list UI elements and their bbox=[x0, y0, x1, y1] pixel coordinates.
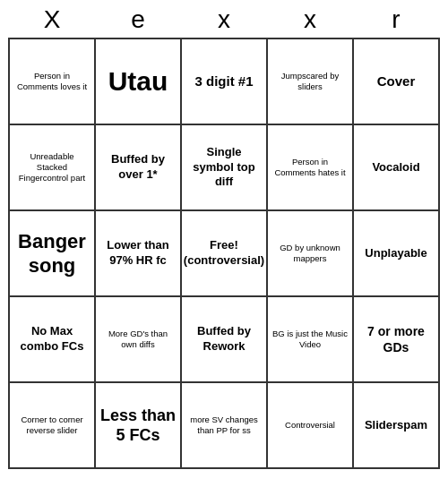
bingo-grid: Person in Comments loves itUtau3 digit #… bbox=[8, 38, 440, 469]
cell-0-2: 3 digit #1 bbox=[182, 39, 268, 125]
cell-4-0: Corner to corner reverse slider bbox=[10, 383, 96, 469]
cell-1-2: Single symbol top diff bbox=[182, 125, 268, 211]
header-cell: e bbox=[95, 5, 181, 34]
header-cell: r bbox=[353, 5, 439, 34]
cell-0-4: Cover bbox=[354, 39, 440, 125]
cell-0-1: Utau bbox=[96, 39, 182, 125]
cell-2-1: Lower than 97% HR fc bbox=[96, 211, 182, 297]
cell-4-3: Controversial bbox=[268, 383, 354, 469]
cell-2-0: Banger song bbox=[10, 211, 96, 297]
cell-1-3: Person in Comments hates it bbox=[268, 125, 354, 211]
cell-2-3: GD by unknown mappers bbox=[268, 211, 354, 297]
header-row: Xexxr bbox=[9, 0, 439, 38]
cell-4-4: Sliderspam bbox=[354, 383, 440, 469]
cell-2-2: Free! (controversial) bbox=[182, 211, 268, 297]
cell-1-1: Buffed by over 1* bbox=[96, 125, 182, 211]
cell-3-3: BG is just the Music Video bbox=[268, 297, 354, 383]
header-cell: x bbox=[267, 5, 353, 34]
cell-4-2: more SV changes than PP for ss bbox=[182, 383, 268, 469]
cell-0-3: Jumpscared by sliders bbox=[268, 39, 354, 125]
cell-3-4: 7 or more GDs bbox=[354, 297, 440, 383]
cell-0-0: Person in Comments loves it bbox=[10, 39, 96, 125]
cell-3-1: More GD's than own diffs bbox=[96, 297, 182, 383]
cell-1-4: Vocaloid bbox=[354, 125, 440, 211]
cell-4-1: Less than 5 FCs bbox=[96, 383, 182, 469]
cell-1-0: Unreadable Stacked Fingercontrol part bbox=[10, 125, 96, 211]
cell-2-4: Unplayable bbox=[354, 211, 440, 297]
header-cell: X bbox=[9, 5, 95, 34]
cell-3-0: No Max combo FCs bbox=[10, 297, 96, 383]
cell-3-2: Buffed by Rework bbox=[182, 297, 268, 383]
header-cell: x bbox=[181, 5, 267, 34]
